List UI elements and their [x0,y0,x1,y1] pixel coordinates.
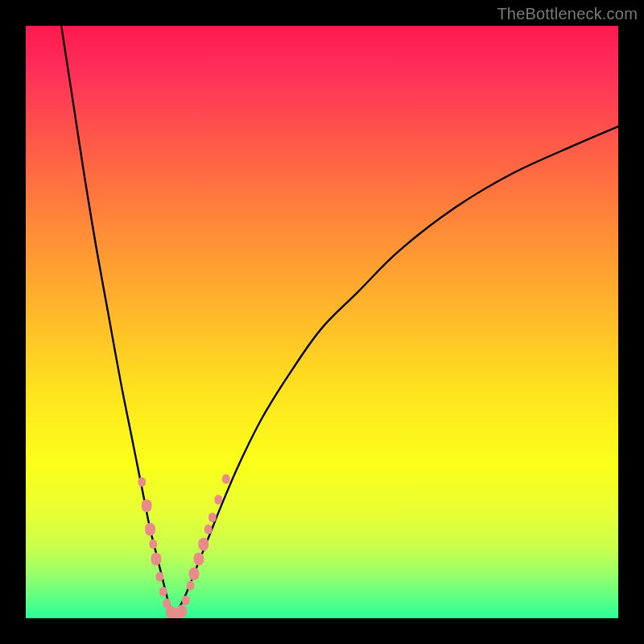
marker-dot [145,523,155,536]
marker-dot [222,474,230,484]
marker-dot [187,581,195,591]
marker-dot [138,477,146,487]
marker-dot [198,538,208,551]
chart-frame: TheBottleneck.com [0,0,644,644]
marker-dot [208,513,217,522]
marker-dot [204,525,213,535]
marker-dot [176,605,187,617]
watermark-text: TheBottleneck.com [497,5,638,23]
marker-dot [189,568,200,580]
marker-dot [159,587,167,597]
curve-left-branch [61,26,174,618]
plot-area [26,26,618,618]
marker-dot [182,596,190,605]
marker-dot [214,495,222,505]
marker-dot [142,499,152,512]
marker-dot [149,539,157,549]
marker-dots [138,474,229,618]
marker-dot [194,552,204,565]
bottleneck-curve [61,26,618,618]
curves-layer [26,26,618,618]
curve-right-branch [174,126,618,618]
marker-dot [151,552,162,565]
marker-dot [156,572,164,581]
